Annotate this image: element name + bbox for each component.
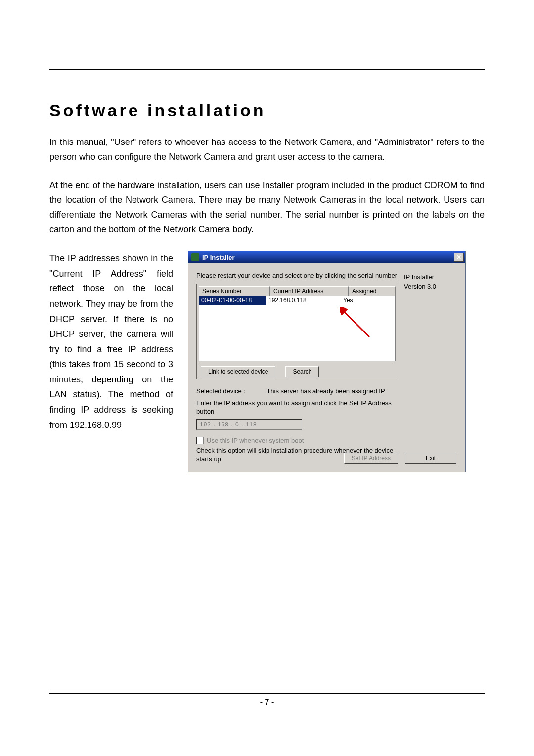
annotation-arrow-icon [340, 307, 379, 347]
link-to-device-button[interactable]: Link to selected device [201, 366, 275, 377]
section-heading: Software installation [49, 101, 485, 120]
header-rule [49, 69, 485, 71]
titlebar[interactable]: IP Installer ✕ [188, 251, 465, 263]
enter-ip-instruction: Enter the IP address you want to assign … [196, 399, 398, 416]
selected-device-label: Selected device : [196, 387, 245, 395]
device-list[interactable]: 00-02-D1-00-00-18 192.168.0.118 Yes [199, 296, 396, 361]
ip-address-input[interactable]: 192 . 168 . 0 . 118 [196, 419, 302, 430]
col-series-number[interactable]: Series Number [199, 286, 270, 296]
version-block: IP Installer Version 3.0 [404, 272, 457, 291]
col-assigned[interactable]: Assigned [349, 286, 396, 296]
list-item[interactable]: 00-02-D1-00-00-18 192.168.0.118 Yes [199, 296, 395, 305]
selected-device-line: Selected device : This server has alread… [196, 387, 398, 395]
paragraph-2: At the end of the hardware installation,… [49, 178, 485, 237]
use-ip-checkbox-label: Use this IP whenever system boot [207, 437, 304, 444]
window-title: IP Installer [202, 254, 454, 261]
paragraph-1: In this manual, "User" refers to whoever… [49, 135, 485, 164]
app-icon [191, 253, 199, 261]
restart-instruction: Please restart your device and select on… [196, 271, 398, 280]
col-current-ip[interactable]: Current IP Address [270, 286, 349, 296]
list-header: Series Number Current IP Address Assigne… [199, 286, 396, 296]
paragraph-3: The IP addresses shown in the "Current I… [49, 251, 173, 432]
close-icon[interactable]: ✕ [454, 253, 464, 262]
exit-button[interactable]: Exit [405, 453, 456, 464]
cell-assigned: Yes [340, 296, 395, 305]
selected-device-status: This server has already been assigned IP [267, 387, 385, 395]
app-name-label: IP Installer [404, 272, 457, 282]
ip-installer-window: IP Installer ✕ Please restart your devic… [188, 251, 466, 472]
device-list-group: Series Number Current IP Address Assigne… [196, 284, 398, 379]
page-number: - 7 - [260, 698, 274, 706]
search-button[interactable]: Search [285, 366, 319, 377]
set-ip-address-button[interactable]: Set IP Address [344, 453, 398, 464]
use-ip-checkbox[interactable] [196, 437, 204, 444]
cell-series: 00-02-D1-00-00-18 [199, 296, 266, 305]
footer-rule: - 7 - [49, 692, 485, 707]
version-label: Version 3.0 [404, 282, 457, 292]
svg-line-0 [343, 310, 369, 337]
cell-ip: 192.168.0.118 [266, 296, 340, 305]
